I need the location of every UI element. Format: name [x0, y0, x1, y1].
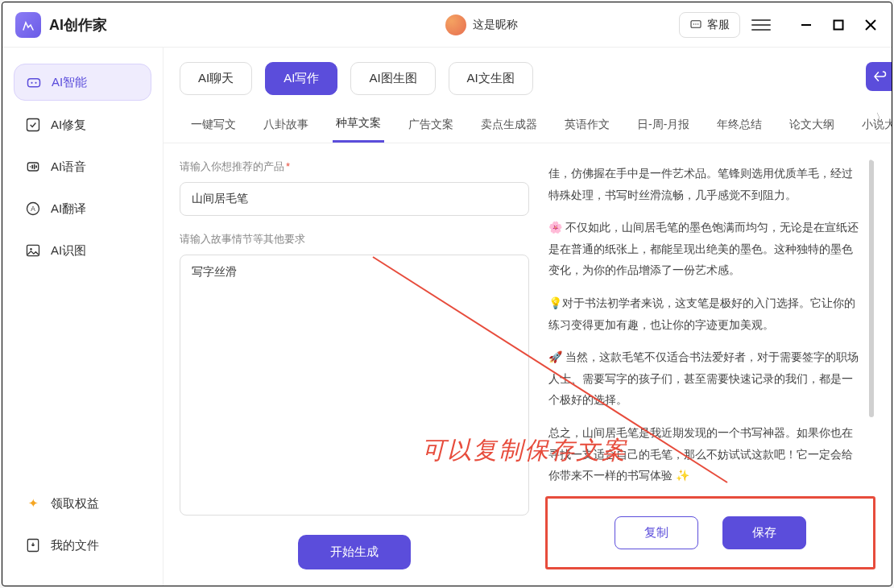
sub-tab[interactable]: 广告文案: [405, 111, 457, 142]
sidebar-item-label: AI智能: [52, 75, 87, 90]
sidebar-item-label: AI语音: [51, 159, 86, 175]
output-paragraph: 总之，山间居毛笔是我近期发现的一个书写神器。如果你也在寻找一支适合自己的毛笔，那…: [548, 422, 861, 487]
sidebar-item-label: AI修复: [51, 118, 86, 133]
sub-tab[interactable]: 论文大纲: [786, 111, 838, 142]
close-button[interactable]: [863, 17, 879, 33]
output-paragraph: 佳，仿佛握在手中是一件艺术品。笔锋则选用优质羊毛，经过特殊处理，书写时丝滑流畅，…: [548, 163, 861, 205]
output-panel: 佳，仿佛握在手中是一件艺术品。笔锋则选用优质羊毛，经过特殊处理，书写时丝滑流畅，…: [545, 159, 875, 569]
app-window: AI创作家 这是昵称 客服 AI智能 AI修复: [2, 2, 892, 586]
tab-ai-chat[interactable]: AI聊天: [180, 62, 252, 95]
product-field-label: 请输入你想推荐的产品*: [180, 159, 529, 174]
action-row: 复制 保存: [545, 496, 875, 569]
tab-ai-txt2img[interactable]: AI文生图: [449, 62, 533, 95]
sidebar-item-ai-image[interactable]: AI识图: [14, 233, 151, 268]
repair-icon: [25, 117, 41, 133]
svg-point-10: [35, 82, 36, 84]
sub-tab[interactable]: 英语作文: [561, 111, 613, 142]
avatar: [445, 14, 466, 35]
svg-rect-11: [27, 119, 39, 131]
svg-rect-19: [27, 245, 39, 255]
output-paragraph: 🌸 不仅如此，山间居毛笔的墨色饱满而均匀，无论是在宣纸还是在普通的纸张上，都能呈…: [548, 217, 861, 281]
translate-icon: A: [25, 201, 41, 217]
main-area: AI聊天 AI写作 AI图生图 AI文生图 一键写文 八卦故事 种草文案 广告文…: [163, 48, 892, 586]
app-logo-icon: [15, 12, 41, 38]
sidebar-item-my-files[interactable]: 我的文件: [14, 528, 151, 563]
sidebar-item-ai-repair[interactable]: AI修复: [14, 107, 151, 143]
chevron-right-icon[interactable]: 〉: [875, 111, 887, 126]
gift-icon: ✦: [25, 495, 41, 511]
detail-textarea[interactable]: [180, 255, 529, 516]
sub-tab[interactable]: 卖点生成器: [478, 111, 540, 142]
sidebar-item-label: AI识图: [51, 243, 86, 259]
svg-point-9: [31, 82, 32, 84]
support-button[interactable]: 客服: [679, 12, 740, 38]
save-button[interactable]: 保存: [722, 516, 806, 549]
voice-icon: [25, 159, 41, 175]
svg-point-2: [695, 23, 696, 24]
menu-icon[interactable]: [751, 15, 771, 35]
support-label: 客服: [707, 18, 730, 32]
svg-point-20: [30, 248, 32, 251]
scrollbar[interactable]: [869, 159, 874, 477]
sub-tab[interactable]: 日-周-月报: [634, 111, 693, 142]
sub-tabs: 一键写文 八卦故事 种草文案 广告文案 卖点生成器 英语作文 日-周-月报 年终…: [163, 103, 892, 143]
svg-point-3: [697, 23, 698, 24]
sidebar-item-ai-smart[interactable]: AI智能: [14, 64, 151, 101]
maximize-button[interactable]: [830, 17, 846, 33]
tab-ai-write[interactable]: AI写作: [265, 62, 337, 95]
input-panel: 请输入你想推荐的产品* 请输入故事情节等其他要求 开始生成: [180, 159, 529, 569]
sub-tab-active[interactable]: 种草文案: [333, 110, 384, 143]
copy-button[interactable]: 复制: [615, 516, 698, 549]
sparkle-icon: [26, 74, 42, 90]
generate-button[interactable]: 开始生成: [298, 535, 411, 569]
product-input[interactable]: [180, 182, 529, 216]
minimize-button[interactable]: [798, 17, 814, 33]
sidebar-item-ai-voice[interactable]: AI语音: [14, 149, 151, 184]
sidebar-item-label: 领取权益: [51, 496, 99, 511]
app-title: AI创作家: [49, 15, 107, 35]
sidebar-item-label: AI翻译: [51, 201, 86, 217]
titlebar: AI创作家 这是昵称 客服: [2, 2, 892, 48]
svg-rect-8: [28, 79, 40, 87]
user-area[interactable]: 这是昵称: [445, 14, 518, 35]
svg-rect-5: [834, 20, 843, 29]
image-icon: [25, 242, 41, 259]
tab-ai-img2img[interactable]: AI图生图: [350, 62, 435, 95]
output-paragraph: 💡对于书法初学者来说，这支笔是极好的入门选择。它让你的练习变得更加有趣，也让你的…: [548, 292, 861, 335]
sidebar-item-ai-translate[interactable]: A AI翻译: [14, 191, 151, 226]
sidebar: AI智能 AI修复 AI语音 A AI翻译 AI识图 ✦ 领取权益: [2, 48, 163, 586]
svg-text:A: A: [31, 205, 35, 213]
output-text[interactable]: 佳，仿佛握在手中是一件艺术品。笔锋则选用优质羊毛，经过特殊处理，书写时丝滑流畅，…: [545, 159, 875, 490]
back-button[interactable]: [866, 62, 892, 91]
chat-icon: [689, 19, 702, 31]
sidebar-item-benefits[interactable]: ✦ 领取权益: [14, 486, 151, 521]
svg-point-1: [693, 23, 694, 24]
sidebar-item-label: 我的文件: [51, 538, 99, 553]
folder-icon: [25, 537, 41, 553]
main-tabs: AI聊天 AI写作 AI图生图 AI文生图: [163, 48, 892, 103]
detail-field-label: 请输入故事情节等其他要求: [180, 232, 529, 246]
sub-tab[interactable]: 一键写文: [188, 111, 239, 142]
sub-tab[interactable]: 年终总结: [714, 111, 765, 142]
output-paragraph: 🚀 当然，这款毛笔不仅适合书法爱好者，对于需要签字的职场人士、需要写字的孩子们，…: [548, 346, 861, 411]
nickname: 这是昵称: [473, 18, 518, 32]
sub-tab[interactable]: 八卦故事: [260, 111, 312, 142]
